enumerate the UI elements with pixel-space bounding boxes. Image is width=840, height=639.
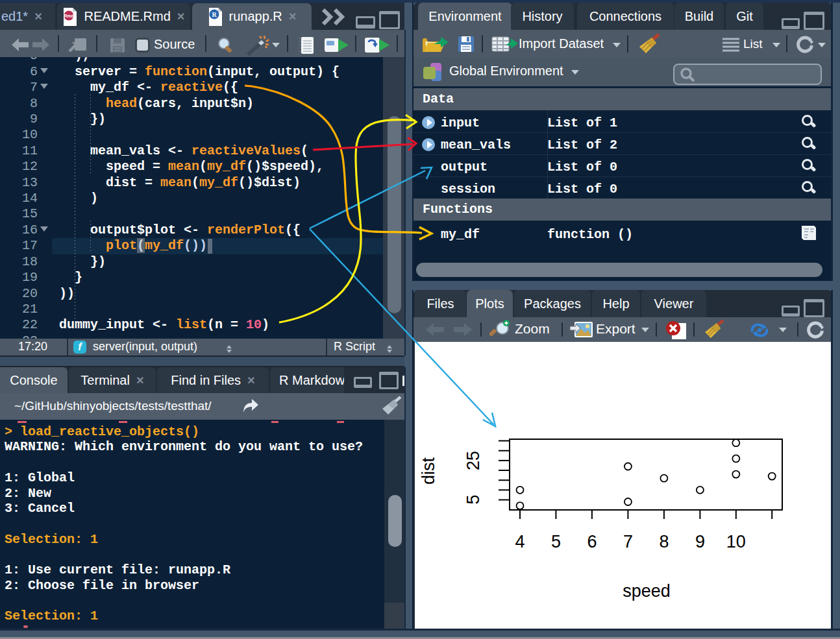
svg-text:5: 5: [551, 532, 561, 551]
svg-text:7: 7: [623, 532, 633, 551]
svg-text:25: 25: [463, 451, 483, 470]
svg-text:10: 10: [726, 532, 746, 551]
svg-text:9: 9: [695, 532, 705, 551]
svg-text:4: 4: [515, 532, 525, 551]
svg-text:6: 6: [587, 532, 597, 551]
svg-text:8: 8: [659, 532, 669, 551]
svg-text:dist: dist: [419, 457, 438, 485]
svg-text:5: 5: [463, 494, 483, 504]
svg-text:speed: speed: [623, 581, 671, 601]
